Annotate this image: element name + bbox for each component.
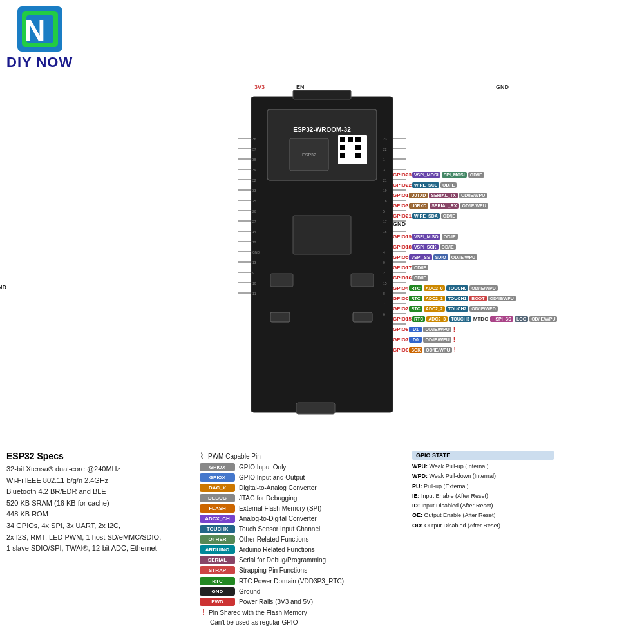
pin-row-gpio5: GPIO5 VSPI_SS SDIO OD/IE/WPU bbox=[393, 252, 644, 262]
gpio-state-oe: OE: Output Enable (After Reset) bbox=[412, 511, 554, 520]
svg-text:N: N bbox=[24, 14, 45, 47]
legend-gpio-input: GPIOX GPIO Input Only bbox=[200, 463, 399, 471]
legend-section: ⌇ PWM Capable Pin GPIOX GPIO Input Only … bbox=[200, 451, 399, 628]
svg-text:2: 2 bbox=[383, 271, 385, 275]
svg-text:23: 23 bbox=[383, 137, 387, 141]
legend-strap: STRAP Strapping Pin Functions bbox=[200, 566, 399, 574]
spec-line-8: 1 slave SDIO/SPI, TWAI®, 12-bit ADC, Eth… bbox=[6, 543, 187, 554]
pin-row-gpio3: GPIO3 U0RXD SERIAL_RX OD/IE/WPU bbox=[393, 200, 644, 211]
svg-text:38: 38 bbox=[252, 158, 256, 162]
spec-line-4: 520 KB SRAM (16 KB for cache) bbox=[6, 498, 187, 509]
svg-text:11: 11 bbox=[252, 292, 256, 296]
svg-text:GND: GND bbox=[252, 251, 260, 254]
svg-text:22: 22 bbox=[383, 147, 387, 151]
svg-text:12: 12 bbox=[252, 240, 256, 244]
gpio-state-ie: IE: Input Enable (After Reset) bbox=[412, 491, 554, 501]
label-gnd: GND bbox=[496, 84, 509, 90]
svg-rect-54 bbox=[353, 312, 372, 322]
svg-text:26: 26 bbox=[252, 209, 256, 213]
pin-row-gpio17: GPIO17 OD/IE bbox=[393, 262, 644, 272]
pin-row-gpio19: GPIO19 VSPI_MISO OD/IE bbox=[393, 231, 644, 242]
svg-rect-5 bbox=[296, 402, 335, 414]
svg-rect-57 bbox=[351, 274, 374, 287]
pin-row-gpio7: GPIO7 D0 OD/IE/WPU ! bbox=[393, 334, 644, 345]
svg-text:14: 14 bbox=[252, 230, 256, 234]
gpio-state-od: OD: Output Disabled (After Reset) bbox=[412, 521, 554, 531]
svg-rect-55 bbox=[293, 216, 351, 254]
svg-rect-17 bbox=[355, 145, 361, 150]
pin-row-gpio8: GPIO8 D1 OD/IE/WPU ! bbox=[393, 324, 644, 334]
svg-text:32: 32 bbox=[252, 178, 256, 182]
svg-text:4: 4 bbox=[383, 251, 385, 254]
pin-row-gpio22: GPIO22 WIRE_SCL OD/IE bbox=[393, 180, 644, 190]
pin-row-gpio6: GPIO6 SCK OD/IE/WPU ! bbox=[393, 345, 644, 355]
pin-row-gpio16: GPIO16 OD/IE bbox=[393, 272, 644, 283]
logo-icon: N bbox=[17, 6, 62, 52]
svg-text:18: 18 bbox=[383, 199, 387, 203]
legend-flash: FLASH External Flash Memory (SPI) bbox=[200, 504, 399, 513]
svg-rect-53 bbox=[270, 312, 290, 322]
legend-other: OTHER Other Related Functions bbox=[200, 535, 399, 544]
svg-rect-56 bbox=[270, 274, 293, 287]
svg-text:13: 13 bbox=[252, 261, 256, 265]
brand-name: DIY NOW bbox=[6, 54, 73, 71]
svg-rect-13 bbox=[348, 137, 353, 142]
svg-text:ESP32: ESP32 bbox=[302, 153, 316, 157]
specs-section: ESP32 Specs 32-bit Xtensa® dual-core @24… bbox=[6, 451, 187, 628]
svg-text:37: 37 bbox=[252, 147, 256, 151]
svg-text:3: 3 bbox=[383, 168, 385, 172]
svg-text:33: 33 bbox=[252, 189, 256, 193]
right-gnd-label: GND bbox=[393, 221, 406, 227]
svg-text:36: 36 bbox=[252, 137, 256, 141]
spec-line-1: 32-bit Xtensa® dual-core @240MHz bbox=[6, 464, 187, 475]
svg-text:10: 10 bbox=[252, 281, 256, 285]
legend-pwr: PWD Power Rails (3V3 and 5V) bbox=[200, 598, 399, 606]
board-svg: ESP32-WROOM-32 ESP32 bbox=[238, 87, 406, 415]
svg-rect-18 bbox=[355, 153, 361, 158]
diagram-container: 3V3 EN GND ESP32-WROOM-32 ESP32 bbox=[0, 84, 644, 451]
svg-text:19: 19 bbox=[383, 189, 387, 193]
spec-line-7: 2x I2S, RMT, LED PWM, 1 host SD/eMMC/SDI… bbox=[6, 532, 187, 544]
gpio-state-pu: PU: Pull-up (External) bbox=[412, 482, 554, 491]
svg-rect-14 bbox=[355, 137, 361, 142]
svg-text:5: 5 bbox=[383, 209, 385, 213]
left-gnd-label: GND bbox=[0, 284, 6, 290]
svg-text:21: 21 bbox=[383, 178, 387, 182]
svg-text:15: 15 bbox=[383, 281, 387, 285]
gpio-state-id: ID: Input Disabled (After Reset) bbox=[412, 501, 554, 511]
pin-row-gpio23: GPIO23 VSPI_MOSI SPI_MOSI OD/IE bbox=[393, 169, 644, 180]
legend-gpio-io: GPIOX GPIO Input and Output bbox=[200, 473, 399, 482]
svg-text:ESP32-WROOM-32: ESP32-WROOM-32 bbox=[293, 126, 351, 133]
pin-row-gpio2: GPIO2 RTC ADC2_2 TOUCH2 OD/IE/WPD bbox=[393, 303, 644, 314]
legend-touch: TOUCHX Touch Sensor Input Channel bbox=[200, 525, 399, 533]
legend-area: ESP32 Specs 32-bit Xtensa® dual-core @24… bbox=[6, 451, 638, 628]
spec-line-6: 34 GPIOs, 4x SPI, 3x UART, 2x I2C, bbox=[6, 520, 187, 532]
svg-rect-16 bbox=[340, 153, 345, 158]
legend-arduino: ARDUINO Arduino Related Functions bbox=[200, 545, 399, 554]
svg-rect-12 bbox=[340, 137, 345, 142]
svg-text:39: 39 bbox=[252, 168, 256, 172]
gpio-state-section: GPIO STATE WPU: Weak Pull-up (Internal) … bbox=[412, 451, 554, 628]
specs-text: 32-bit Xtensa® dual-core @240MHz Wi-Fi I… bbox=[6, 464, 187, 554]
legend-adc: ADCX_CH Analog-to-Digital Converter bbox=[200, 515, 399, 523]
svg-text:27: 27 bbox=[252, 220, 256, 223]
pin-row-gpio4: GPIO4 RTC ADC2_0 TOUCH0 OD/IE/WPD bbox=[393, 283, 644, 293]
logo-area: N DIY NOW bbox=[6, 6, 73, 71]
pin-row-gpio18: GPIO18 VSPI_SCK OD/IE bbox=[393, 242, 644, 252]
pin-row-gpio21: GPIO21 WIRE_SDA OD/IE bbox=[393, 211, 644, 221]
gpio-state-wpd: WPD: Weak Pull-down (Internal) bbox=[412, 471, 554, 481]
svg-text:7: 7 bbox=[383, 302, 385, 306]
svg-rect-6 bbox=[293, 90, 351, 99]
legend-pwm-desc: PWM Capable Pin bbox=[208, 453, 261, 460]
spec-line-3: Bluetooth 4.2 BR/EDR and BLE bbox=[6, 486, 187, 498]
legend-flash-note2: Can't be used as regular GPIO bbox=[200, 619, 399, 626]
legend-dac: DAC_X Digital-to-Analog Converter bbox=[200, 484, 399, 492]
legend-pwm: ⌇ PWM Capable Pin bbox=[200, 451, 399, 461]
pin-row-gpio15: GPIO15 RTC ADC2_3 TOUCH3 MTDO HSPI_SS LO… bbox=[393, 314, 644, 324]
svg-text:8: 8 bbox=[383, 292, 385, 296]
svg-text:25: 25 bbox=[252, 199, 256, 203]
legend-gnd: GND Ground bbox=[200, 587, 399, 596]
spec-line-2: Wi-Fi IEEE 802.11 b/g/n 2.4GHz bbox=[6, 475, 187, 487]
legend-debug: DEBUG JTAG for Debugging bbox=[200, 494, 399, 502]
svg-rect-15 bbox=[340, 145, 345, 150]
